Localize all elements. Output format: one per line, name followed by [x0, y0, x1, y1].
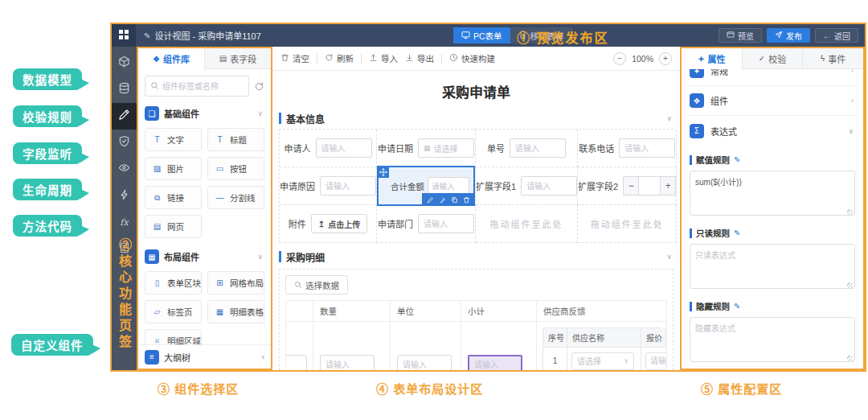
tab-component-library[interactable]: ❖ 组件库: [138, 48, 204, 69]
applicant-input[interactable]: [316, 138, 372, 158]
subtotal-input-highlighted[interactable]: [468, 355, 522, 370]
preview-button[interactable]: 预览: [719, 28, 762, 43]
basic-info-section-header[interactable]: 基本信息 ∨: [279, 108, 674, 129]
table-cell-supplier-feedback[interactable]: 序号 供应名称 报价 1 请选择 ∨: [537, 322, 667, 370]
table-cell-unit[interactable]: [391, 322, 461, 370]
rail-item-design-view[interactable]: [112, 103, 137, 130]
upload-button[interactable]: ↥ 点击上传: [311, 214, 367, 233]
section-component[interactable]: ❖ 组件 ›: [690, 86, 855, 116]
table-cell-partial[interactable]: [286, 322, 313, 370]
refresh-components-icon[interactable]: [254, 81, 264, 92]
quick-build-button[interactable]: 快速构建: [449, 52, 495, 64]
section-general[interactable]: ✦ 常规 ›: [690, 69, 855, 86]
rail-item-validation-rules[interactable]: [112, 130, 137, 156]
table-cell-subtotal[interactable]: [461, 322, 537, 370]
annotation-form-layout-area: ④ 表单布局设计区: [376, 380, 483, 397]
section-layout-components[interactable]: ▦ 布局组件 ∨: [145, 245, 264, 269]
supplier-select[interactable]: 请选择 ∨: [571, 352, 634, 370]
partial-input[interactable]: [286, 355, 307, 370]
field-apply-date[interactable]: 申请日期 ▦ 请选择: [377, 130, 476, 167]
readonly-rule-textarea[interactable]: [690, 244, 855, 289]
tab-events[interactable]: ϟ 事件: [802, 48, 863, 69]
app-launcher-button[interactable]: [112, 24, 136, 47]
field-department[interactable]: 申请部门: [377, 205, 476, 243]
table-cell-quantity[interactable]: [313, 322, 391, 370]
component-item-title[interactable]: T标题: [207, 128, 264, 151]
refresh-button[interactable]: 刷新: [325, 52, 354, 64]
delete-icon[interactable]: [463, 196, 470, 204]
selected-component-box[interactable]: 合计金额: [377, 166, 475, 206]
drop-zone[interactable]: 拖动组件至此处: [578, 205, 677, 243]
rail-item-data-model[interactable]: [112, 76, 137, 103]
section-expression[interactable]: Σ 表达式 ∨: [690, 116, 855, 146]
component-search-box[interactable]: [145, 76, 249, 97]
purchase-detail-section-header[interactable]: 采购明细 ∨: [279, 246, 674, 267]
component-item-tab-page[interactable]: ▱标签页: [145, 300, 202, 323]
assign-rule-textarea[interactable]: sum($(小计)): [690, 171, 855, 216]
edit-icon[interactable]: [427, 196, 434, 204]
hidden-rule-textarea[interactable]: [690, 317, 855, 362]
clear-button[interactable]: 清空: [280, 52, 309, 64]
stepper-value[interactable]: [639, 176, 660, 196]
component-item-link[interactable]: ⧉链接: [145, 186, 202, 209]
basic-components-grid: T文字 T标题 ▨图片 ▭按钮 ⧉链接 —分割线 ▤网页: [145, 128, 264, 238]
component-item-divider[interactable]: —分割线: [207, 186, 264, 209]
outline-tree-bar[interactable]: ≡ 大纲树 ‹: [138, 344, 271, 369]
select-data-button[interactable]: 选择数据: [285, 275, 348, 294]
publish-button[interactable]: 发布: [767, 28, 810, 43]
edit-rule-icon[interactable]: ✎: [734, 155, 740, 164]
quantity-input[interactable]: [320, 355, 375, 370]
edit-rule-icon[interactable]: ✎: [734, 302, 740, 311]
tab-properties[interactable]: ✦ 属性: [682, 48, 742, 69]
component-item-grid-layout[interactable]: ⊞网格布局: [207, 271, 264, 294]
rail-item-method-code[interactable]: fx: [112, 209, 137, 236]
field-ext2[interactable]: 扩展字段2 − +: [578, 167, 677, 205]
component-item-image[interactable]: ▨图片: [145, 157, 202, 180]
field-ext1[interactable]: 扩展字段1: [476, 167, 578, 205]
edit-rule-icon[interactable]: ✎: [734, 229, 740, 237]
component-item-form-block[interactable]: ▯表单区块: [145, 271, 202, 294]
stepper-minus-button[interactable]: −: [623, 176, 639, 196]
reason-input[interactable]: [320, 176, 376, 196]
field-phone[interactable]: 联系电话: [578, 130, 677, 167]
order-no-input[interactable]: [510, 138, 566, 158]
sub-cell-supplier-select: 请选择 ∨: [567, 348, 641, 370]
field-reason[interactable]: 申请原因: [280, 167, 377, 205]
export-button[interactable]: 导出: [405, 52, 434, 64]
tab-pc-form[interactable]: PC表单: [453, 27, 510, 43]
field-applicant[interactable]: 申请人: [280, 130, 377, 167]
department-input[interactable]: [418, 214, 474, 233]
component-item-text[interactable]: T文字: [145, 128, 202, 151]
field-order-no[interactable]: 单号: [476, 130, 578, 167]
move-handle-icon[interactable]: [377, 166, 389, 178]
component-search-input[interactable]: [162, 82, 244, 91]
tab-table-fields[interactable]: ▤ 表字段: [204, 48, 271, 69]
zoom-out-button[interactable]: −: [613, 52, 626, 65]
collapse-panel-icon[interactable]: ‹: [262, 352, 264, 361]
unit-input[interactable]: [397, 355, 452, 370]
import-button[interactable]: 导入: [369, 52, 398, 64]
back-button[interactable]: ← 返回: [815, 28, 858, 43]
stepper-plus-button[interactable]: +: [660, 176, 676, 196]
quote-input[interactable]: [645, 352, 667, 370]
section-basic-components[interactable]: ❏ 基础组件 ∨: [145, 101, 264, 126]
component-item-webpage[interactable]: ▤网页: [145, 215, 202, 238]
date-picker-input[interactable]: ▦ 请选择: [418, 138, 474, 158]
component-item-button[interactable]: ▭按钮: [207, 157, 264, 180]
field-attachment[interactable]: 附件 ↥ 点击上传: [280, 205, 377, 243]
rail-item-app-model[interactable]: [112, 50, 137, 76]
component-item-detail-table[interactable]: ▦明细表格: [207, 300, 264, 323]
phone-input[interactable]: [619, 138, 675, 158]
rail-item-lifecycle[interactable]: [112, 183, 137, 209]
zoom-in-button[interactable]: +: [659, 52, 672, 65]
table-header-supplier-feedback: 供应商反馈: [537, 301, 667, 322]
eyedropper-icon[interactable]: [439, 196, 446, 204]
tab-validation[interactable]: ✓ 校验: [742, 48, 803, 69]
rail-item-field-watch[interactable]: [112, 156, 137, 183]
field-total-amount-selected[interactable]: 合计金额: [377, 167, 476, 205]
drop-zone[interactable]: 拖动组件至此处: [476, 205, 578, 243]
ext1-input[interactable]: [521, 176, 577, 196]
callout-arrow: [80, 189, 89, 199]
total-amount-input[interactable]: [428, 177, 469, 195]
copy-icon[interactable]: [451, 196, 458, 204]
